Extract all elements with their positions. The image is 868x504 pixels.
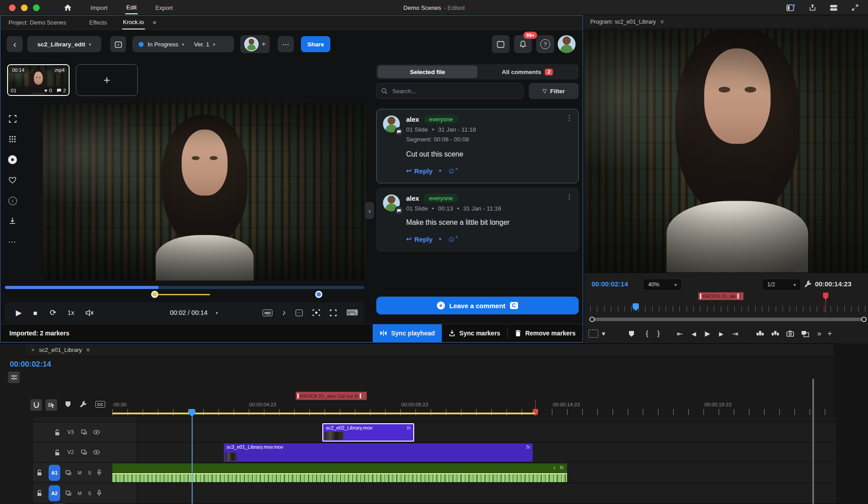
track-header-v3[interactable]: V3 [33,422,137,442]
home-icon[interactable] [64,4,72,11]
segment-marker-dot[interactable] [151,291,158,298]
track-label[interactable]: V3 [67,429,74,435]
tab-all-comments[interactable]: All comments 2 [477,66,577,78]
lift-button[interactable] [756,330,764,337]
solo-toggle[interactable]: S [88,470,91,475]
menu-export[interactable]: Export [155,2,174,14]
captions-button[interactable]: -- [296,310,303,316]
add-collaborator-icon[interactable]: + [262,40,266,48]
fit-screen-icon[interactable] [7,113,18,124]
comment-card[interactable]: alex everyone ⋮ 01 Slide • 31 Jan - 11:1… [376,109,579,183]
work-area-bar[interactable] [112,413,535,414]
calendar-nav-button[interactable] [492,35,510,53]
search-input[interactable] [391,87,507,95]
solo-toggle[interactable]: S [88,491,91,496]
snap-magnet-toggle[interactable] [30,399,42,411]
collaborators-group[interactable]: + [240,35,270,53]
workspace-panel-icon[interactable] [785,3,797,12]
download-icon[interactable] [7,215,18,227]
source-patch-icon[interactable] [66,470,71,475]
reply-button[interactable]: ↩Reply [406,167,432,175]
panel-menu-icon[interactable]: ≡ [86,347,90,353]
favorite-heart-icon[interactable] [7,174,18,186]
calendar-button[interactable] [110,36,126,52]
playback-progress-bar[interactable] [5,286,364,289]
scrollbar-handle-right[interactable] [861,317,867,322]
linked-selection-toggle[interactable] [45,399,57,411]
source-patch-icon[interactable] [66,491,71,496]
fullscreen-expand-icon[interactable] [849,3,861,12]
comment-author[interactable]: alex [406,116,419,123]
heart-icon[interactable]: ♥ [44,88,47,93]
close-window-button[interactable] [9,4,16,11]
mute-toggle[interactable]: M [78,470,82,475]
menu-edit[interactable]: Edit [125,1,137,14]
more-options-button[interactable]: ⋯ [278,36,294,52]
source-patch-icon[interactable] [81,430,87,435]
track-header-a2[interactable]: A2 M S [33,483,137,504]
comment-menu-kebab-icon[interactable]: ⋮ [566,193,573,201]
mute-button[interactable] [80,309,99,317]
clip-a1-audio[interactable]: ♪ fx [112,463,567,482]
play-button[interactable]: ▶ [705,330,710,338]
menu-import[interactable]: Import [90,2,108,14]
comment-search[interactable] [376,83,523,99]
loop-button[interactable]: ⟳ [44,308,62,318]
quality-hd-button[interactable]: HD [263,310,272,316]
playback-speed-button[interactable]: 1x [62,309,80,316]
scrollbar-handle-left[interactable] [589,317,595,322]
sequence-marker-flag[interactable] [823,293,828,300]
mic-record-icon[interactable] [97,490,102,496]
add-marker-button[interactable] [65,401,71,408]
share-export-icon[interactable] [806,3,818,12]
go-to-in-button[interactable]: ⇤ [677,330,683,338]
chevron-down-icon[interactable]: ▾ [602,330,605,338]
track-label[interactable]: V2 [67,449,74,455]
sequence-marker-label[interactable]: KROCK.IO_ale [698,292,744,300]
comment-menu-kebab-icon[interactable]: ⋮ [566,114,573,122]
export-frame-camera-icon[interactable] [786,330,794,337]
track-a2-lane[interactable] [137,483,836,504]
back-button[interactable]: ‹ [7,36,23,52]
track-visibility-eye-icon[interactable] [93,450,100,454]
timeline-playhead-line[interactable] [192,415,193,504]
step-forward-button[interactable]: ▶ [719,330,724,337]
mark-out-button[interactable]: } [657,329,660,338]
tab-project[interactable]: Project: Demo Scenes [8,16,67,29]
insert-overwrite-toggle[interactable]: CC :00:00 00:00:04:23 00:00:09:23 00:00:… [8,372,20,383]
reply-button[interactable]: ↩Reply [406,235,432,243]
audio-track-badge[interactable]: A1 [49,465,60,481]
tab-selected-file[interactable]: Selected file [378,66,477,78]
program-video-preview[interactable] [584,29,868,273]
more-tools-button[interactable]: » [817,330,821,338]
video-preview[interactable] [43,103,366,281]
comparison-view-icon[interactable] [801,330,809,337]
share-button[interactable]: Share [301,36,330,52]
add-reaction-icon[interactable]: ☺+ [448,166,458,176]
lock-icon[interactable] [37,490,42,496]
program-zoom-scrollbar[interactable] [590,318,866,321]
sequence-tab[interactable]: sc2_e01_Library [39,347,82,353]
leave-comment-button[interactable]: + Leave a comment C [376,297,579,314]
add-reaction-icon[interactable]: ☺+ [448,235,458,244]
comment-timestamp[interactable]: 00:13 [438,205,453,212]
tab-krock[interactable]: Krock.io [122,16,145,29]
extract-button[interactable] [771,330,779,337]
comment-author[interactable]: alex [406,194,419,202]
timeline-current-timecode[interactable]: 00:00:02:14 [10,360,51,369]
tab-effects[interactable]: Effects [88,16,108,29]
remove-markers-button[interactable]: Remove markers [508,324,583,343]
program-current-timecode[interactable]: 00:00:02:14 [592,280,628,288]
info-icon[interactable]: i [7,195,18,207]
zoom-level-select[interactable]: 40%▾ [644,280,681,289]
lock-icon[interactable] [54,449,60,456]
mark-in-button[interactable]: { [646,329,649,338]
lock-icon[interactable] [54,429,60,436]
filter-button[interactable]: ▽ Filter [529,83,579,99]
grid-view-icon[interactable] [7,133,18,145]
minimize-window-button[interactable] [21,4,28,11]
sync-markers-button[interactable]: Sync markers [442,324,507,343]
fullscreen-button[interactable] [330,310,337,316]
audio-track-badge[interactable]: A2 [49,485,60,501]
panel-menu-icon[interactable]: ≡ [660,19,663,25]
